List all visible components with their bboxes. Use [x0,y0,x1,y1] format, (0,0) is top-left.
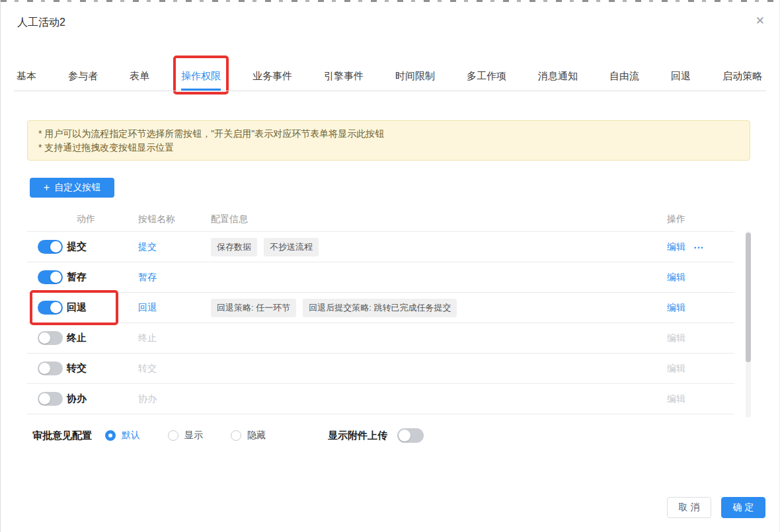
tab-message-notify[interactable]: 消息通知 [538,70,578,91]
radio-selected-icon [105,430,116,441]
background-page-edge [1,0,779,2]
tab-participants[interactable]: 参与者 [68,70,98,91]
action-label: 提交 [67,241,87,253]
draft-toggle[interactable] [38,270,63,284]
table-row-save-draft: 暂存 暂存 编辑 [27,262,734,293]
button-name-link: 转交 [138,363,157,375]
tab-bar-divider [14,91,766,91]
assist-toggle[interactable] [38,392,63,406]
radio-default[interactable]: 默认 [105,430,140,441]
tab-basic[interactable]: 基本 [17,70,36,91]
action-label: 转交 [67,362,87,375]
config-tag: 不抄送流程 [264,238,319,256]
edit-link[interactable]: 编辑 [667,302,685,314]
tab-start-strategy[interactable]: 启动策略 [722,70,762,91]
header-action: 动作 [77,213,95,225]
radio-unselected-icon [168,430,178,441]
table-row-terminate: 终止 终止 编辑 [27,323,734,354]
radio-label: 默认 [122,430,140,441]
edit-link[interactable]: 编辑 [667,241,685,253]
plus-icon: + [44,182,50,193]
more-icon[interactable]: ••• [694,243,704,251]
radio-label: 显示 [184,430,203,441]
config-tag: 回退后提交策略: 跳转已完成任务提交 [303,299,457,317]
radio-unselected-icon [231,430,241,441]
submit-toggle[interactable] [38,240,63,254]
activity-config-dialog: { "dialog": { "title": "人工活动2" }, "icons… [0,0,780,532]
table-row-submit: 提交 提交 保存数据 不抄送流程 编辑 ••• [27,232,734,262]
tab-operation-permissions[interactable]: 操作权限 [181,70,221,91]
dialog-title: 人工活动2 [17,16,65,30]
button-permission-table: 动作 按钮名称 配置信息 操作 提交 提交 保存数据 不抄送流程 编辑 ••• … [27,208,734,414]
rollback-toggle[interactable] [38,301,63,315]
config-tags: 回退策略: 任一环节 回退后提交策略: 跳转已完成任务提交 [211,299,457,317]
attachment-upload-toggle[interactable] [397,428,424,443]
opinion-config-label: 审批意见配置 [32,430,92,442]
terminate-toggle[interactable] [38,331,63,345]
edit-link[interactable]: 编辑 [667,272,685,284]
close-icon[interactable]: ✕ [756,15,765,26]
action-label: 终止 [67,332,87,344]
radio-hide[interactable]: 隐藏 [231,430,266,441]
tab-multi-workitem[interactable]: 多工作项 [467,70,506,91]
config-tag: 回退策略: 任一环节 [211,299,296,317]
transfer-toggle[interactable] [38,361,63,375]
cancel-button[interactable]: 取 消 [667,497,711,518]
tab-bar: 基本 参与者 表单 操作权限 业务事件 引擎事件 时间限制 多工作项 消息通知 … [17,70,762,91]
table-scrollbar-thumb[interactable] [746,233,751,362]
button-name-link: 协办 [138,393,157,405]
table-row-rollback: 回退 回退 回退策略: 任一环节 回退后提交策略: 跳转已完成任务提交 编辑 [27,293,734,323]
table-header: 动作 按钮名称 配置信息 操作 [27,208,734,232]
radio-label: 隐藏 [247,430,266,441]
table-row-transfer: 转交 转交 编辑 [27,354,734,384]
approval-opinion-config: 审批意见配置 默认 显示 隐藏 显示附件上传 [32,428,424,443]
action-label: 回退 [67,301,87,314]
action-label: 协办 [67,393,87,405]
table-row-assist: 协办 协办 编辑 [27,384,734,414]
header-operation: 操作 [667,213,685,225]
add-custom-button-label: 自定义按钮 [54,182,100,194]
notice-line-2: * 支持通过拖拽改变按钮显示位置 [38,141,739,155]
confirm-button[interactable]: 确 定 [721,497,765,518]
button-name-link[interactable]: 提交 [138,241,157,253]
notice-line-1: * 用户可以为流程指定环节选择所需按钮，"开关启用"表示对应环节表单将显示此按钮 [38,127,739,141]
button-name-link[interactable]: 回退 [138,302,157,314]
header-config-info: 配置信息 [211,213,248,225]
edit-link-disabled: 编辑 [667,393,685,405]
notice-banner: * 用户可以为流程指定环节选择所需按钮，"开关启用"表示对应环节表单将显示此按钮… [27,120,750,161]
edit-link-disabled: 编辑 [667,363,685,375]
header-button-name: 按钮名称 [138,213,175,225]
action-label: 暂存 [67,271,87,284]
config-tags: 保存数据 不抄送流程 [211,238,319,256]
tab-time-limit[interactable]: 时间限制 [395,70,435,91]
tab-free-flow[interactable]: 自由流 [609,70,639,91]
radio-show[interactable]: 显示 [168,430,203,441]
attachment-upload-label: 显示附件上传 [328,430,387,442]
config-tag: 保存数据 [211,238,257,256]
tab-business-events[interactable]: 业务事件 [253,70,292,91]
button-name-link[interactable]: 暂存 [138,272,157,284]
tab-rollback[interactable]: 回退 [671,70,691,91]
tab-engine-events[interactable]: 引擎事件 [324,70,364,91]
tab-form[interactable]: 表单 [130,70,149,91]
button-name-link: 终止 [138,332,157,344]
add-custom-button[interactable]: + 自定义按钮 [30,178,114,198]
edit-link-disabled: 编辑 [667,332,685,344]
